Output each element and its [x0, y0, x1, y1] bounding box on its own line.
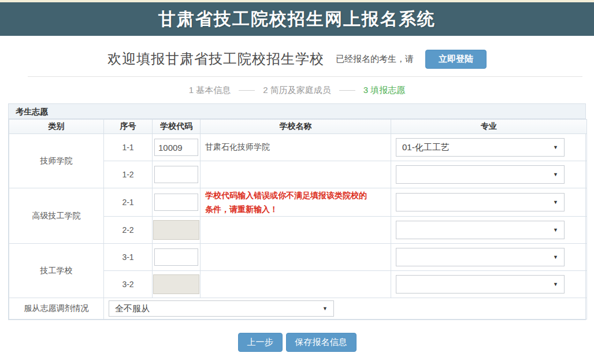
step-dash: [239, 90, 255, 91]
step-basic-info: 1 基本信息: [189, 85, 231, 96]
col-header-school-code: 学校代码: [153, 120, 201, 134]
school-name-label: [201, 161, 391, 188]
school-name-label: [201, 217, 391, 244]
seq-label: 2-1: [104, 188, 153, 217]
login-hint: 已经报名的考生，请: [336, 54, 414, 65]
table-row: 技工学校 3-1 ▼: [9, 244, 587, 271]
table-row: 技师学院 1-1 甘肃石化技师学院 01-化工工艺▼: [9, 134, 587, 161]
category-label: 技工学校: [9, 244, 104, 298]
step-resume-family: 2 简历及家庭成员: [263, 85, 331, 96]
col-header-school-name: 学校名称: [201, 120, 391, 134]
volunteer-panel: 考生志愿 类别 序号 学校代码 学校名称 专业 技师学院 1-1 甘肃石化技师学…: [8, 103, 586, 320]
col-header-seq: 序号: [104, 120, 153, 134]
seq-label: 3-2: [104, 271, 153, 298]
footer-buttons: 上一步 保存报名信息: [0, 333, 594, 352]
seq-label: 1-1: [104, 134, 153, 161]
save-registration-button[interactable]: 保存报名信息: [286, 333, 357, 352]
major-select[interactable]: 01-化工工艺▼: [396, 138, 565, 157]
login-button[interactable]: 立即登陆: [425, 50, 487, 69]
category-label: 技师学院: [9, 134, 104, 188]
seq-label: 1-2: [104, 161, 153, 188]
adjustment-select-value: 全不服从: [115, 303, 150, 314]
seq-label: 3-1: [104, 244, 153, 271]
adjustment-row: 服从志愿调剂情况 全不服从▼: [9, 298, 587, 320]
category-label: 高级技工学院: [9, 188, 104, 244]
adjustment-label: 服从志愿调剂情况: [9, 298, 104, 320]
chevron-down-icon: ▼: [553, 172, 558, 177]
table-header-row: 类别 序号 学校代码 学校名称 专业: [9, 120, 587, 134]
chevron-down-icon: ▼: [553, 144, 558, 150]
col-header-category: 类别: [9, 120, 104, 134]
welcome-row: 欢迎填报甘肃省技工院校招生学校 已经报名的考生，请 立即登陆: [0, 50, 594, 68]
seq-label: 2-2: [104, 217, 153, 244]
major-select-value: 01-化工工艺: [402, 142, 450, 153]
major-select[interactable]: ▼: [396, 248, 565, 266]
major-select[interactable]: ▼: [396, 193, 565, 211]
chevron-down-icon: ▼: [553, 281, 558, 287]
step-dash: [339, 90, 355, 91]
school-code-input[interactable]: [154, 248, 198, 266]
school-code-input-disabled: [153, 274, 199, 294]
school-code-input[interactable]: [154, 139, 198, 156]
divider: [28, 76, 582, 77]
school-code-input[interactable]: [154, 194, 198, 211]
app-header: 甘肃省技工院校招生网上报名系统: [0, 2, 594, 36]
step-fill-volunteer: 3 填报志愿: [363, 85, 406, 96]
major-select[interactable]: ▼: [396, 221, 565, 239]
chevron-down-icon: ▼: [553, 254, 558, 260]
school-code-input[interactable]: [154, 166, 198, 183]
major-select[interactable]: ▼: [396, 275, 565, 294]
welcome-title: 欢迎填报甘肃省技工院校招生学校: [107, 50, 324, 68]
school-name-label: [201, 271, 391, 298]
school-name-label: [201, 244, 391, 271]
app-title: 甘肃省技工院校招生网上报名系统: [158, 8, 436, 31]
chevron-down-icon: ▼: [553, 227, 558, 233]
code-error-message: 学校代码输入错误或你不满足填报该类院校的条件，请重新输入！: [205, 188, 391, 216]
panel-title: 考生志愿: [9, 104, 585, 119]
table-row: 高级技工学院 2-1 学校代码输入错误或你不满足填报该类院校的条件，请重新输入！…: [9, 188, 587, 217]
volunteer-table: 类别 序号 学校代码 学校名称 专业 技师学院 1-1 甘肃石化技师学院 01-…: [9, 119, 587, 320]
prev-step-button[interactable]: 上一步: [238, 333, 283, 352]
school-name-label: 甘肃石化技师学院: [201, 134, 391, 161]
adjustment-select[interactable]: 全不服从▼: [109, 300, 334, 317]
school-code-input-disabled: [153, 220, 199, 240]
step-indicator: 1 基本信息 2 简历及家庭成员 3 填报志愿: [0, 84, 594, 96]
major-select[interactable]: ▼: [396, 165, 565, 184]
col-header-major: 专业: [391, 120, 587, 134]
chevron-down-icon: ▼: [322, 306, 328, 311]
chevron-down-icon: ▼: [553, 199, 558, 205]
